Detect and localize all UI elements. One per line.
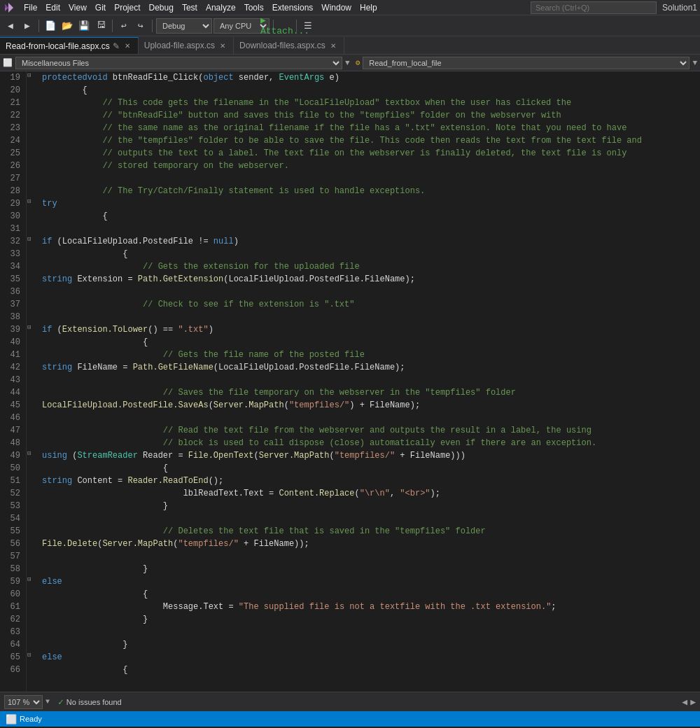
tab-upload-file-label: Upload-file.aspx.cs: [144, 41, 215, 50]
tab-upload-file[interactable]: Upload-file.aspx.cs ✕: [139, 37, 234, 54]
menu-window[interactable]: Window: [317, 1, 356, 14]
check-icon: ✓: [58, 696, 64, 708]
tab-bar: Read-from-local-file.aspx.cs ✎ ✕ Upload-…: [0, 36, 700, 55]
solution-name: Solution1: [662, 3, 697, 13]
tab-read-file[interactable]: Read-from-local-file.aspx.cs ✎ ✕: [0, 37, 139, 54]
config-dropdown[interactable]: Debug Release: [156, 18, 212, 34]
menu-extensions[interactable]: Extensions: [268, 1, 318, 14]
ready-icon: ⬜: [6, 714, 17, 724]
sep2: [112, 20, 113, 32]
zoom-bar: 107 % 100 % 75 % ▼ ✓ No issues found ◀ ▶: [0, 692, 700, 711]
tab-upload-file-close[interactable]: ✕: [218, 41, 227, 50]
back-btn[interactable]: ◀: [3, 18, 18, 34]
nav-icon: ⚙: [356, 58, 360, 67]
tab-read-file-label: Read-from-local-file.aspx.cs: [6, 41, 110, 51]
tab-download-files-close[interactable]: ✕: [328, 41, 338, 50]
file-icon: ⬜: [3, 58, 13, 67]
menu-analyze[interactable]: Analyze: [202, 1, 240, 14]
sep1: [38, 20, 39, 32]
menu-view[interactable]: View: [64, 1, 91, 14]
menu-help[interactable]: Help: [356, 1, 382, 14]
ready-label: Ready: [20, 715, 42, 723]
menu-test[interactable]: Test: [178, 1, 202, 14]
sep3: [152, 20, 153, 32]
nav-arrow: ▼: [692, 59, 697, 67]
menu-file[interactable]: File: [20, 1, 41, 14]
menu-git[interactable]: Git: [91, 1, 110, 14]
menu-project[interactable]: Project: [110, 1, 144, 14]
nav-left-icon[interactable]: ◀: [682, 696, 687, 708]
menu-bar: File Edit View Git Project Debug Test An…: [0, 0, 700, 15]
zoom-select[interactable]: 107 % 100 % 75 %: [4, 695, 43, 709]
save-btn[interactable]: 💾: [76, 18, 92, 34]
issues-label: No issues found: [66, 698, 122, 706]
code-gutter: ⊟⊟⊟⊟⊟⊟⊟: [27, 71, 36, 692]
new-file-btn[interactable]: 📄: [43, 18, 58, 34]
tab-download-files[interactable]: Download-files.aspx.cs ✕: [234, 37, 344, 54]
open-btn[interactable]: 📂: [59, 18, 75, 34]
tab-download-files-label: Download-files.aspx.cs: [239, 41, 326, 50]
undo-btn[interactable]: ↩: [116, 18, 132, 34]
nav-dropdown[interactable]: Read_from_local_file: [363, 57, 690, 69]
nav-right-icon[interactable]: ▶: [690, 696, 696, 708]
vs-logo: [3, 1, 15, 14]
menu-tools[interactable]: Tools: [240, 1, 268, 14]
forward-btn[interactable]: ▶: [20, 18, 35, 34]
sep5: [296, 20, 297, 32]
scope-dropdown[interactable]: Miscellaneous Files: [15, 57, 342, 69]
menu-debug[interactable]: Debug: [145, 1, 178, 14]
solution-explorer-btn[interactable]: ☰: [300, 18, 316, 34]
menu-edit[interactable]: Edit: [41, 1, 64, 14]
toolbar: ◀ ▶ 📄 📂 💾 🖫 ↩ ↪ Debug Release Any CPU ▶ …: [0, 15, 700, 36]
file-bar: ⬜ Miscellaneous Files ▼ ⚙ Read_from_loca…: [0, 55, 700, 71]
line-numbers: 1920212223242526272829303132333435363738…: [0, 71, 27, 692]
zoom-arrow: ▼: [46, 698, 50, 706]
save-all-btn[interactable]: 🖫: [93, 18, 108, 34]
tab-modified-indicator: ✎: [113, 41, 120, 51]
bottom-bar: ⬜ Ready: [0, 711, 700, 727]
tab-read-file-close[interactable]: ✕: [122, 41, 132, 51]
scope-arrow: ▼: [345, 59, 350, 67]
code-container: 1920212223242526272829303132333435363738…: [0, 71, 700, 692]
redo-btn[interactable]: ↪: [133, 18, 148, 34]
run-btn[interactable]: ▶ Attach...: [277, 18, 293, 34]
code-content[interactable]: protected void btnReadFile_Click(object …: [36, 71, 700, 692]
search-input[interactable]: [531, 1, 657, 14]
search-area: [531, 1, 657, 14]
